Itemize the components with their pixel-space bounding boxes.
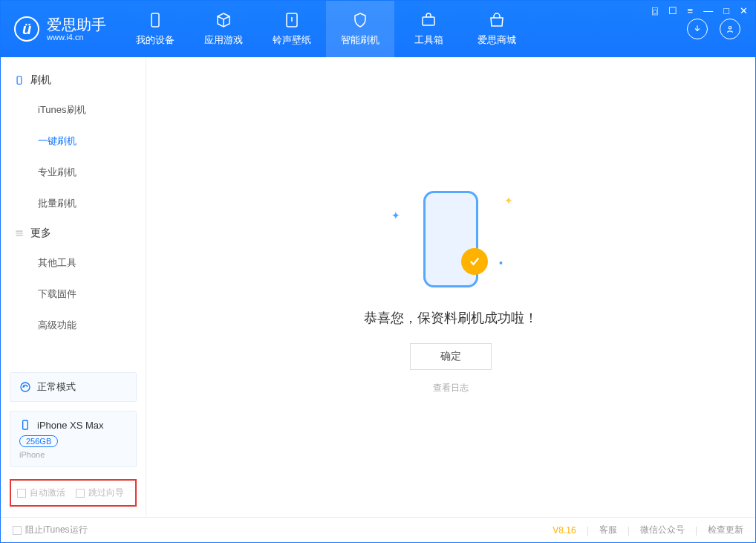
sidebar-item-itunes-flash[interactable]: iTunes刷机 [1, 94, 146, 126]
sidebar-group-label: 更多 [30, 227, 51, 240]
svg-rect-6 [23, 420, 28, 429]
music-icon [283, 11, 301, 29]
sparkle-icon: ✦ [391, 209, 400, 221]
sidebar-group-label: 刷机 [30, 74, 51, 87]
tab-label: 我的设备 [136, 33, 175, 47]
menu-icon[interactable]: ≡ [688, 5, 694, 16]
mode-card[interactable]: 正常模式 [10, 372, 137, 402]
sidebar-group-more: 更多 [1, 219, 146, 247]
checkbox-skip-guide[interactable]: 跳过向导 [76, 487, 124, 499]
capacity-badge: 256GB [19, 435, 58, 447]
success-illustration: ✦ ✦ • [384, 180, 518, 299]
download-button[interactable] [687, 19, 708, 39]
sync-icon [19, 381, 31, 393]
checkbox-icon [13, 526, 22, 535]
success-message: 恭喜您，保资料刷机成功啦！ [364, 309, 538, 327]
menu-lines-icon [14, 228, 25, 238]
logo-icon: ü [14, 16, 39, 42]
lock-icon[interactable]: ☐ [668, 5, 677, 16]
phone-icon [19, 419, 31, 431]
mode-label: 正常模式 [37, 380, 76, 394]
tab-my-device[interactable]: 我的设备 [121, 1, 189, 57]
sidebar: 刷机 iTunes刷机 一键刷机 专业刷机 批量刷机 更多 其他工具 下载固件 … [1, 57, 146, 517]
sidebar-group-flash: 刷机 [1, 66, 146, 94]
main-content: ✦ ✦ • 恭喜您，保资料刷机成功啦！ 确定 查看日志 [146, 57, 755, 517]
device-card[interactable]: iPhone XS Max 256GB iPhone [10, 411, 137, 467]
sidebar-item-batch-flash[interactable]: 批量刷机 [1, 188, 146, 219]
checkbox-label: 阻止iTunes运行 [25, 524, 88, 536]
tab-label: 智能刷机 [341, 33, 379, 47]
view-log-link[interactable]: 查看日志 [433, 382, 469, 394]
svg-point-5 [21, 383, 30, 391]
checkbox-icon [17, 489, 26, 498]
window-controls: ⌼ ☐ ≡ — □ ✕ [652, 5, 748, 16]
logo: ü 爱思助手 www.i4.cn [1, 1, 121, 57]
sparkle-icon: ✦ [504, 195, 513, 207]
device-type: iPhone [19, 450, 127, 459]
store-icon [488, 11, 506, 29]
checkbox-icon [76, 489, 85, 498]
titlebar: ⌼ ☐ ≡ — □ ✕ ü 爱思助手 www.i4.cn 我的设备 应用游戏 [1, 1, 755, 57]
tab-toolbox[interactable]: 工具箱 [394, 1, 463, 57]
minimize-button[interactable]: — [703, 5, 713, 16]
close-button[interactable]: ✕ [740, 5, 748, 16]
device-name: iPhone XS Max [37, 420, 104, 431]
tab-label: 应用游戏 [204, 33, 243, 47]
svg-rect-2 [423, 17, 434, 25]
app-url: www.i4.cn [47, 33, 106, 42]
sidebar-item-pro-flash[interactable]: 专业刷机 [1, 157, 146, 188]
tab-smart-flash[interactable]: 智能刷机 [326, 1, 394, 57]
version-label: V8.16 [553, 525, 576, 536]
tab-apps-games[interactable]: 应用游戏 [189, 1, 258, 57]
checkbox-auto-activate[interactable]: 自动激活 [17, 487, 65, 499]
success-check-icon [461, 248, 488, 275]
main-tabs: 我的设备 应用游戏 铃声壁纸 智能刷机 工具箱 爱思商城 [121, 1, 531, 57]
account-button[interactable] [720, 19, 740, 39]
tshirt-icon[interactable]: ⌼ [652, 5, 658, 16]
checkbox-block-itunes[interactable]: 阻止iTunes运行 [13, 524, 88, 536]
sparkle-icon: • [499, 257, 503, 269]
device-icon [14, 75, 25, 85]
svg-point-3 [729, 27, 731, 30]
separator: | [628, 525, 630, 536]
shield-sync-icon [351, 11, 369, 29]
app-name: 爱思助手 [47, 16, 106, 33]
body: 刷机 iTunes刷机 一键刷机 专业刷机 批量刷机 更多 其他工具 下载固件 … [1, 57, 755, 517]
sidebar-item-advanced[interactable]: 高级功能 [1, 310, 146, 341]
app-window: ⌼ ☐ ≡ — □ ✕ ü 爱思助手 www.i4.cn 我的设备 应用游戏 [0, 0, 756, 543]
separator: | [695, 525, 697, 536]
svg-rect-0 [151, 13, 159, 27]
check-update-link[interactable]: 检查更新 [708, 524, 743, 536]
wechat-link[interactable]: 微信公众号 [640, 524, 685, 536]
statusbar: 阻止iTunes运行 V8.16 | 客服 | 微信公众号 | 检查更新 [1, 517, 755, 542]
flash-options-highlight: 自动激活 跳过向导 [10, 479, 137, 507]
tab-label: 铃声壁纸 [273, 33, 311, 47]
checkbox-label: 跳过向导 [88, 487, 124, 499]
separator: | [587, 525, 589, 536]
tab-ringtones[interactable]: 铃声壁纸 [258, 1, 326, 57]
tab-label: 爱思商城 [478, 33, 516, 47]
maximize-button[interactable]: □ [723, 5, 729, 16]
sidebar-item-other-tools[interactable]: 其他工具 [1, 247, 146, 279]
tab-store[interactable]: 爱思商城 [463, 1, 531, 57]
tab-label: 工具箱 [414, 33, 443, 47]
svg-rect-4 [17, 77, 22, 85]
toolbox-icon [420, 11, 437, 29]
sidebar-item-download-firmware[interactable]: 下载固件 [1, 279, 146, 310]
ok-button[interactable]: 确定 [410, 343, 492, 370]
checkbox-label: 自动激活 [30, 487, 65, 499]
support-link[interactable]: 客服 [599, 524, 617, 536]
phone-icon [146, 11, 164, 29]
sidebar-item-oneclick-flash[interactable]: 一键刷机 [1, 126, 146, 157]
cube-icon [215, 11, 232, 29]
